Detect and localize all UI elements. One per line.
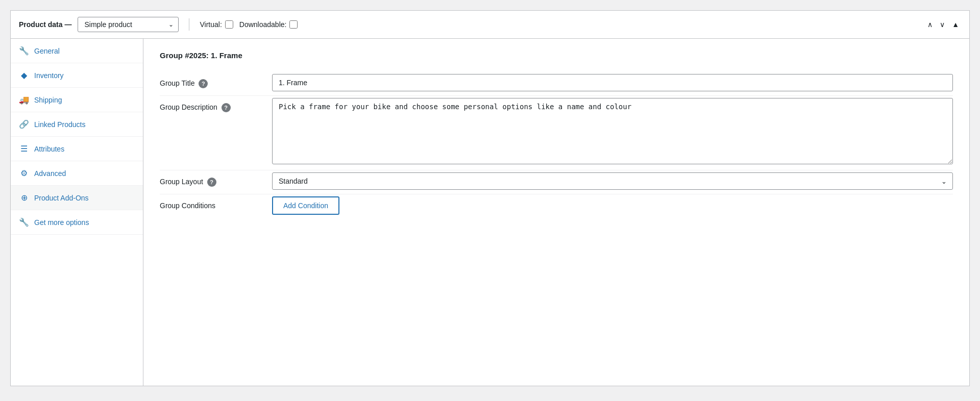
sidebar-item-inventory[interactable]: ◆ Inventory — [11, 63, 143, 88]
separator-3 — [160, 194, 953, 194]
virtual-label: Virtual: — [200, 20, 222, 29]
sidebar-label-get-more-options: Get more options — [34, 218, 89, 227]
separator-2 — [160, 170, 953, 170]
group-title-input[interactable] — [272, 74, 953, 91]
add-condition-button[interactable]: Add Condition — [272, 196, 339, 215]
group-layout-help-icon[interactable]: ? — [207, 178, 216, 187]
main-content: Group #2025: 1. Frame Group Title ? Grou… — [143, 39, 969, 386]
sidebar-item-linked-products[interactable]: 🔗 Linked Products — [11, 112, 143, 137]
group-conditions-field: Add Condition — [272, 196, 953, 215]
group-layout-select[interactable]: StandardGridList — [272, 172, 953, 190]
collapse-down-button[interactable]: ∨ — [938, 19, 947, 30]
collapse-triangle-button[interactable]: ▲ — [950, 19, 961, 30]
attributes-icon: ☰ — [19, 144, 29, 154]
downloadable-checkbox[interactable] — [289, 20, 298, 29]
sidebar-item-general[interactable]: 🔧 General — [11, 39, 143, 63]
downloadable-group: Downloadable: — [239, 20, 298, 29]
group-title-help-icon[interactable]: ? — [199, 79, 208, 88]
group-description-textarea[interactable]: Pick a frame for your bike and choose so… — [272, 98, 953, 164]
sidebar-label-advanced: Advanced — [34, 169, 66, 178]
product-data-title: Product data — — [19, 20, 71, 29]
sidebar-item-shipping[interactable]: 🚚 Shipping — [11, 88, 143, 112]
sidebar-label-inventory: Inventory — [34, 71, 64, 80]
group-layout-row: Group Layout ? StandardGridList ⌄ — [160, 172, 953, 190]
group-layout-label: Group Layout — [160, 178, 203, 186]
virtual-checkbox[interactable] — [225, 20, 233, 29]
sidebar-label-general: General — [34, 47, 60, 55]
group-title-field — [272, 74, 953, 91]
gear-icon: ⚙ — [19, 168, 29, 178]
wrench-icon: 🔧 — [19, 46, 29, 56]
product-type-wrapper: Simple productVariable productGrouped pr… — [78, 17, 179, 32]
separator-1 — [160, 95, 953, 96]
more-options-icon: 🔧 — [19, 217, 29, 227]
group-conditions-label: Group Conditions — [160, 202, 215, 210]
product-data-header: Product data — Simple productVariable pr… — [11, 11, 969, 39]
group-layout-field: StandardGridList ⌄ — [272, 172, 953, 190]
add-ons-icon: ⊕ — [19, 193, 29, 203]
virtual-group: Virtual: — [200, 20, 233, 29]
sidebar-item-product-add-ons[interactable]: ⊕ Product Add-Ons — [11, 186, 143, 210]
product-type-select[interactable]: Simple productVariable productGrouped pr… — [78, 17, 179, 32]
link-icon: 🔗 — [19, 119, 29, 129]
sidebar-item-attributes[interactable]: ☰ Attributes — [11, 137, 143, 161]
group-description-label-cell: Group Description ? — [160, 98, 272, 112]
sidebar-item-get-more-options[interactable]: 🔧 Get more options — [11, 210, 143, 235]
group-conditions-label-cell: Group Conditions — [160, 196, 272, 210]
sidebar-label-shipping: Shipping — [34, 96, 62, 104]
product-data-body: 🔧 General ◆ Inventory 🚚 Shipping 🔗 Linke… — [11, 39, 969, 386]
group-description-help-icon[interactable]: ? — [222, 103, 231, 112]
group-layout-select-wrapper: StandardGridList ⌄ — [272, 172, 953, 190]
group-description-label: Group Description — [160, 103, 217, 111]
header-arrows: ∧ ∨ ▲ — [925, 19, 961, 30]
header-divider — [189, 18, 189, 31]
group-title-label: Group Title — [160, 79, 194, 87]
group-conditions-row: Group Conditions Add Condition — [160, 196, 953, 215]
sidebar-label-product-add-ons: Product Add-Ons — [34, 194, 89, 202]
sidebar-label-attributes: Attributes — [34, 145, 64, 153]
group-title-label-cell: Group Title ? — [160, 74, 272, 88]
shipping-icon: 🚚 — [19, 95, 29, 105]
group-description-row: Group Description ? Pick a frame for you… — [160, 98, 953, 166]
group-description-field: Pick a frame for your bike and choose so… — [272, 98, 953, 166]
collapse-up-button[interactable]: ∧ — [925, 19, 935, 30]
sidebar: 🔧 General ◆ Inventory 🚚 Shipping 🔗 Linke… — [11, 39, 143, 386]
sidebar-item-advanced[interactable]: ⚙ Advanced — [11, 161, 143, 186]
inventory-icon: ◆ — [19, 70, 29, 80]
sidebar-label-linked-products: Linked Products — [34, 120, 85, 129]
group-title-row: Group Title ? — [160, 74, 953, 91]
group-layout-label-cell: Group Layout ? — [160, 172, 272, 187]
group-heading: Group #2025: 1. Frame — [160, 51, 953, 60]
downloadable-label: Downloadable: — [239, 20, 287, 29]
